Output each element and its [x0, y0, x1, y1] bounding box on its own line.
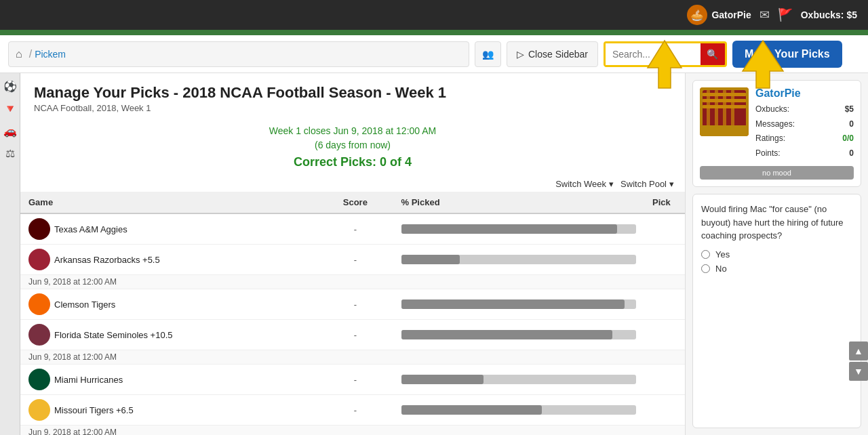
team-cell: Miami Hurricanes — [20, 365, 317, 395]
profile-ratings: Ratings: 0/0 — [755, 131, 854, 146]
switch-week-label: Switch Week — [555, 179, 606, 189]
profile-name[interactable]: GatorPie — [755, 87, 854, 100]
search-input[interactable] — [606, 43, 701, 65]
team-cell: Missouri Tigers +6.5 — [20, 395, 317, 426]
score-cell: - — [317, 213, 393, 245]
page-subtitle: NCAA Football, 2018, Week 1 — [34, 103, 671, 113]
col-score: Score — [317, 192, 393, 213]
profile-card: GatorPie Oxbucks: $5 Messages: 0 Ratings… — [692, 80, 861, 187]
switch-pool-button[interactable]: Switch Pool ▾ — [620, 179, 674, 189]
pct-bar-bg — [401, 405, 636, 415]
pct-bar-cell — [393, 365, 644, 395]
table-row: Missouri Tigers +6.5 - — [20, 395, 685, 426]
oxbucks-label: Oxbucks: — [755, 102, 789, 117]
poll-question: Would firing Mac "for cause" (no buyout)… — [701, 203, 852, 243]
table-row: Texas A&M Aggies - — [20, 213, 685, 245]
search-button[interactable]: 🔍 — [701, 43, 725, 65]
team-cell: Arkansas Razorbacks +5.5 — [20, 245, 317, 275]
poll-label-no: No — [715, 264, 727, 274]
week-close-line2: (6 days from now) — [20, 138, 685, 152]
table-date-row: Jun 9, 2018 at 12:00 AM — [20, 350, 685, 365]
col-pick: Pick — [644, 192, 685, 213]
score-cell: - — [317, 395, 393, 426]
pct-bar-cell — [393, 320, 644, 350]
messages-value: 0 — [849, 117, 854, 132]
table-date-row: Jun 9, 2018 at 12:00 AM — [20, 426, 685, 436]
table-row: Clemson Tigers - — [20, 289, 685, 320]
filter-icon[interactable]: 🔻 — [3, 102, 17, 115]
profile-points: Points: 0 — [755, 146, 854, 161]
pick-cell — [644, 245, 685, 275]
flag-icon[interactable]: 🚩 — [778, 7, 793, 22]
col-game: Game — [20, 192, 317, 213]
pct-bar-cell — [393, 289, 644, 320]
make-picks-button[interactable]: Make Your Picks — [732, 41, 842, 68]
right-sidebar: GatorPie Oxbucks: $5 Messages: 0 Ratings… — [685, 73, 868, 435]
pick-cell — [644, 289, 685, 320]
team-cell: Clemson Tigers — [20, 289, 317, 320]
score-cell: - — [317, 365, 393, 395]
content-area: ⚽ 🔻 🚗 ⚖ Manage Your Picks - 2018 NCAA Fo… — [0, 73, 868, 435]
left-sidebar: ⚽ 🔻 🚗 ⚖ — [0, 73, 20, 435]
date-cell: Jun 9, 2018 at 12:00 AM — [20, 426, 685, 436]
team-name: Florida State Seminoles +10.5 — [54, 330, 173, 340]
username-label[interactable]: GatorPie — [711, 9, 751, 20]
points-value: 0 — [849, 146, 854, 161]
ratings-value: 0/0 — [842, 131, 854, 146]
user-avatar: 🥧 — [687, 5, 707, 25]
pct-bar-fill — [401, 375, 484, 384]
search-wrap: 🔍 — [604, 41, 727, 67]
points-label: Points: — [755, 146, 781, 161]
team-name: Texas A&M Aggies — [54, 224, 127, 234]
breadcrumb: ⌂ / Pickem — [8, 41, 469, 67]
top-nav: 🥧 GatorPie ✉ 🚩 Oxbucks: $5 — [0, 0, 868, 30]
profile-picture — [700, 87, 749, 136]
week-close-line1: Week 1 closes Jun 9, 2018 at 12:00 AM — [20, 124, 685, 138]
home-icon[interactable]: ⌂ — [16, 48, 22, 60]
page-title: Manage Your Picks - 2018 NCAA Football S… — [34, 84, 671, 102]
pct-bar-cell — [393, 395, 644, 426]
score-cell: - — [317, 289, 393, 320]
no-mood-button[interactable]: no mood — [700, 166, 854, 180]
main-content: Manage Your Picks - 2018 NCAA Football S… — [20, 73, 685, 435]
team-name: Arkansas Razorbacks +5.5 — [54, 255, 160, 265]
team-name: Clemson Tigers — [54, 299, 115, 310]
team-name: Missouri Tigers +6.5 — [54, 405, 134, 415]
pct-bar-cell — [393, 213, 644, 245]
pct-bar-fill — [401, 405, 542, 415]
pct-bar-bg — [401, 224, 636, 234]
pct-bar-fill — [401, 255, 460, 264]
page-header: Manage Your Picks - 2018 NCAA Football S… — [20, 73, 685, 119]
pct-bar-bg — [401, 330, 636, 339]
team-cell: Texas A&M Aggies — [20, 213, 317, 245]
poll-label-yes: Yes — [715, 249, 730, 260]
poll-radio-no[interactable] — [701, 264, 710, 273]
car-icon[interactable]: 🚗 — [3, 125, 17, 138]
table-row: Florida State Seminoles +10.5 - — [20, 320, 685, 350]
messages-label: Messages: — [755, 117, 795, 132]
poll-radio-yes[interactable] — [701, 250, 710, 259]
poll-option-yes: Yes — [701, 249, 852, 260]
switch-week-button[interactable]: Switch Week ▾ — [555, 179, 614, 189]
play-icon: ▷ — [517, 49, 524, 60]
close-sidebar-label: Close Sidebar — [528, 49, 588, 60]
pct-bar-fill — [401, 330, 613, 339]
switch-controls: Switch Week ▾ Switch Pool ▾ — [20, 176, 685, 192]
org-button[interactable]: 👥 — [475, 41, 501, 67]
mail-icon[interactable]: ✉ — [760, 7, 770, 22]
ratings-label: Ratings: — [755, 131, 785, 146]
pct-bar-fill — [401, 299, 625, 309]
scale-icon[interactable]: ⚖ — [5, 147, 15, 160]
scroll-up-button[interactable]: ▲ — [849, 341, 868, 360]
date-cell: Jun 9, 2018 at 12:00 AM — [20, 350, 685, 365]
close-sidebar-button[interactable]: ▷ Close Sidebar — [507, 41, 598, 67]
pick-cell — [644, 395, 685, 426]
oxbucks-value: $5 — [845, 102, 854, 117]
ball-icon[interactable]: ⚽ — [3, 80, 17, 93]
scroll-down-button[interactable]: ▼ — [849, 362, 868, 381]
breadcrumb-current[interactable]: Pickem — [35, 49, 66, 60]
chevron-down-icon: ▾ — [609, 179, 614, 189]
picks-table: Game Score % Picked Pick Texas A&M Aggie… — [20, 192, 685, 435]
correct-picks: Correct Picks: 0 of 4 — [20, 155, 685, 169]
score-cell: - — [317, 320, 393, 350]
